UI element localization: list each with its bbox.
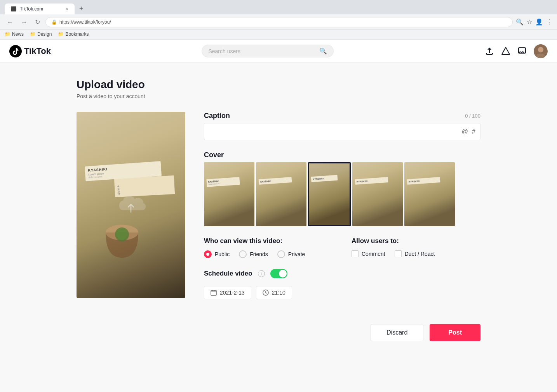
search-input[interactable] (208, 48, 316, 54)
radio-friends[interactable]: Friends (239, 250, 268, 258)
search-icon: 🔍 (319, 47, 327, 55)
schedule-toggle[interactable] (270, 269, 287, 278)
action-row: Discard Post (204, 315, 480, 341)
folder-icon: 📁 (58, 31, 64, 37)
who-can-view-label: Who can view this video: (204, 237, 333, 245)
url-text: https://www.tiktok/foryou/ (59, 19, 111, 25)
filter-icon (501, 47, 510, 56)
cover-thumb-2[interactable]: KYASHIKI (256, 162, 306, 226)
video-scene: KYASHIKI Lorem ipsum dolor sit amet ujii… (77, 112, 185, 298)
cover-thumb-1[interactable]: KYASHIKI Lorem ipsum (204, 162, 254, 226)
caption-input-wrapper[interactable]: @ # (204, 123, 480, 140)
folder-icon: 📁 (30, 31, 36, 37)
page-title: Upload video (77, 78, 480, 91)
svg-marker-1 (502, 47, 510, 54)
checkbox-duet-react[interactable]: Duet / React (395, 250, 435, 257)
svg-point-0 (9, 45, 22, 57)
allow-users-group: Allow users to: Comment Duet / React (352, 237, 480, 258)
bookmarks-bar: 📁 News 📁 Design 📁 Bookmarks (0, 30, 557, 40)
date-value: 2021-2-13 (220, 290, 245, 296)
caption-counter: 0 / 100 (465, 113, 480, 119)
calendar-icon (211, 290, 217, 296)
tab-title: TikTok.com (20, 6, 43, 12)
caption-text-input[interactable] (209, 128, 457, 135)
tiktok-logo[interactable]: TikTok (9, 45, 51, 57)
upload-icon-button[interactable] (485, 47, 494, 56)
user-avatar[interactable] (534, 44, 548, 58)
checkbox-comment-box (352, 250, 359, 257)
schedule-label: Schedule video (204, 270, 252, 278)
video-preview: KYASHIKI Lorem ipsum dolor sit amet ujii… (77, 112, 185, 298)
radio-private-label: Private (288, 251, 305, 257)
checkbox-duet-react-label: Duet / React (405, 251, 435, 257)
bookmark-design[interactable]: 📁 Design (30, 31, 52, 37)
checkbox-duet-react-box (395, 250, 402, 257)
tiktok-logo-text: TikTok (24, 46, 51, 56)
svg-point-4 (538, 47, 543, 52)
tab-close-icon[interactable]: × (65, 6, 68, 12)
caption-row: Caption 0 / 100 @ # (204, 112, 480, 140)
browser-tab[interactable]: ⬛ TikTok.com × (5, 3, 75, 14)
cover-thumb-4[interactable]: KYASHIKI (352, 162, 403, 226)
bookmark-news[interactable]: 📁 News (5, 31, 24, 37)
new-tab-button[interactable]: + (76, 3, 87, 14)
main-content: Upload video Post a video to your accoun… (45, 63, 512, 357)
date-time-row: 2021-2-13 21:10 (204, 286, 480, 299)
lock-icon: 🔒 (51, 19, 57, 25)
browser-right-icons: 🔍 ☆ 👤 ⋮ (516, 18, 552, 26)
video-drink (101, 221, 143, 265)
browser-nav: ← → ↻ 🔒 https://www.tiktok/foryou/ 🔍 ☆ 👤… (0, 14, 557, 30)
allow-users-label: Allow users to: (352, 237, 480, 245)
radio-friends-circle (239, 250, 247, 258)
filter-icon-button[interactable] (501, 47, 510, 56)
caption-input-icons: @ # (462, 128, 475, 135)
cloud-upload-overlay (115, 193, 146, 217)
schedule-row: Schedule video i (204, 269, 480, 278)
search-icon[interactable]: 🔍 (516, 18, 524, 26)
post-button[interactable]: Post (430, 324, 480, 341)
bookmark-bookmarks[interactable]: 📁 Bookmarks (58, 31, 89, 37)
radio-friends-label: Friends (250, 251, 268, 257)
form-section: Caption 0 / 100 @ # Cover (204, 112, 480, 341)
upload-icon (485, 47, 494, 56)
messages-icon (517, 47, 527, 56)
cover-label: Cover (204, 151, 480, 159)
star-icon[interactable]: ☆ (527, 18, 532, 26)
schedule-info-icon[interactable]: i (258, 270, 265, 277)
radio-group: Public Friends Private (204, 250, 333, 258)
clock-icon (263, 290, 269, 296)
avatar-image (534, 44, 548, 58)
date-picker-button[interactable]: 2021-2-13 (204, 286, 251, 299)
time-picker-button[interactable]: 21:10 (256, 286, 292, 299)
checkbox-comment-label: Comment (362, 251, 385, 257)
profile-icon[interactable]: 👤 (535, 18, 543, 26)
menu-icon[interactable]: ⋮ (546, 18, 552, 26)
back-button[interactable]: ← (5, 17, 16, 27)
radio-public-circle (204, 250, 212, 258)
tiktok-header: TikTok 🔍 (0, 40, 557, 63)
time-value: 21:10 (272, 290, 285, 296)
messages-icon-button[interactable] (517, 47, 527, 56)
radio-private[interactable]: Private (277, 250, 305, 258)
cover-strip: KYASHIKI Lorem ipsum KYASHIKI KYASHIKI (204, 162, 480, 226)
url-bar[interactable]: 🔒 https://www.tiktok/foryou/ (45, 17, 513, 27)
svg-point-9 (117, 229, 127, 240)
search-bar[interactable]: 🔍 (202, 45, 334, 57)
discard-button[interactable]: Discard (371, 324, 423, 341)
cover-thumb-5[interactable]: KYASHIKI (404, 162, 455, 226)
forward-button[interactable]: → (19, 17, 30, 27)
refresh-button[interactable]: ↻ (33, 17, 42, 27)
header-icons (485, 44, 548, 58)
cover-thumb-3[interactable]: KYASHIKI (308, 162, 351, 226)
at-symbol[interactable]: @ (462, 128, 468, 135)
options-row: Who can view this video: Public Friends (204, 237, 480, 258)
hash-symbol[interactable]: # (472, 128, 475, 135)
radio-public-label: Public (215, 251, 230, 257)
radio-public[interactable]: Public (204, 250, 230, 258)
who-can-view-group: Who can view this video: Public Friends (204, 237, 333, 258)
checkbox-comment[interactable]: Comment (352, 250, 385, 257)
upload-layout: KYASHIKI Lorem ipsum dolor sit amet ujii… (77, 112, 480, 341)
folder-icon: 📁 (5, 31, 10, 37)
svg-rect-10 (211, 290, 216, 295)
radio-private-circle (277, 250, 285, 258)
